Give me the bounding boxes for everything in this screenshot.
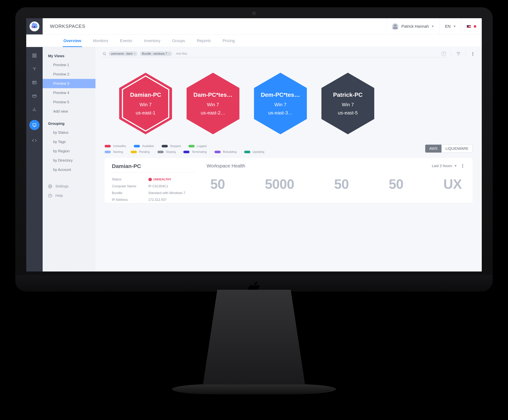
group-by-directory[interactable]: by Directory: [43, 156, 96, 165]
close-icon[interactable]: ×: [169, 52, 170, 55]
my-views-heading: My Views: [43, 52, 96, 60]
computer-value: IP-C61354C1: [148, 184, 168, 188]
tab-events[interactable]: Events: [119, 35, 133, 47]
tab-pricing[interactable]: Pricing: [222, 35, 235, 47]
camera-dot: [252, 11, 256, 15]
code-icon[interactable]: [31, 137, 37, 143]
ip-value: 172.312.937: [148, 198, 166, 202]
workspace-detail-card: Damian-PC Status: UNHEALTHY Computer Nam…: [105, 158, 473, 203]
sidebar-view-add[interactable]: Add view: [43, 107, 96, 116]
notifications-button[interactable]: [461, 18, 482, 34]
sidebar-view-preview4[interactable]: Preview 4: [43, 88, 96, 98]
toggle-aws[interactable]: AWS: [425, 145, 441, 152]
hex-name: Dam-PC*tes…: [193, 91, 232, 98]
health-metric: 50: [210, 176, 225, 192]
legend-label: Terminating: [192, 150, 207, 154]
hex-os: Win 7: [207, 102, 219, 107]
chevron-down-icon: [454, 26, 456, 27]
hex-region: us-east-5: [338, 110, 358, 116]
help-icon[interactable]: ?: [441, 51, 446, 56]
app-logo[interactable]: [26, 18, 43, 34]
legend-label: Starting: [113, 150, 123, 154]
legend-item: Starting: [105, 150, 123, 154]
sidebar-view-preview2[interactable]: Preview 2: [43, 70, 96, 79]
language-menu[interactable]: EN: [439, 18, 461, 34]
toggle-liquidware[interactable]: LIQUIDWARE: [441, 145, 472, 152]
flag-icon: [467, 25, 471, 28]
chip-label: username : dami: [111, 52, 133, 55]
filter-icon[interactable]: [456, 51, 461, 57]
svg-rect-3: [35, 56, 36, 57]
sidebar-view-preview5[interactable]: Preview 5: [43, 98, 96, 107]
card-icon[interactable]: [31, 93, 37, 99]
filter-chip-bundle[interactable]: Bundle : windows 7×: [140, 51, 172, 56]
health-metric: 5000: [265, 176, 294, 192]
tab-monitors[interactable]: Monitors: [92, 35, 109, 47]
nav-rail: [26, 47, 43, 271]
svg-rect-6: [33, 124, 36, 126]
help-link[interactable]: Help: [43, 191, 96, 200]
page-title: WORKSPACES: [43, 23, 93, 29]
group-by-status[interactable]: by Status: [43, 128, 96, 137]
legend-pill-icon: [215, 151, 221, 153]
filter-chip-username[interactable]: username : dami×: [109, 51, 138, 56]
help-label: Help: [55, 194, 63, 198]
legend-item: Unhealthy: [105, 144, 126, 148]
svg-point-7: [50, 186, 51, 187]
svg-marker-18: [149, 178, 152, 181]
workspace-icon[interactable]: [29, 120, 39, 130]
imac-base: [172, 384, 336, 394]
workspace-hex[interactable]: Dam-PC*tes…Win 7us-east-2…: [185, 72, 241, 135]
svg-point-21: [462, 167, 463, 167]
status-badge: UNHEALTHY: [148, 178, 171, 181]
more-icon[interactable]: [470, 51, 476, 57]
filter-bar: username : dami× Bundle : windows 7× Add…: [96, 47, 482, 61]
svg-rect-1: [35, 54, 36, 55]
views-sidebar: My Views Preview 1 Preview 2 Preview 3 P…: [43, 47, 96, 271]
hex-os: Win 7: [274, 102, 286, 107]
legend-item: Terminating: [183, 150, 207, 154]
settings-link[interactable]: Settings: [43, 182, 96, 191]
add-filter-button[interactable]: Add filter: [176, 52, 187, 55]
source-toggle[interactable]: AWS LIQUIDWARE: [425, 144, 473, 153]
status-key: Status:: [112, 178, 143, 181]
text-icon[interactable]: [31, 66, 37, 72]
alert-dot-icon: [474, 25, 476, 28]
bundle-key: Bundle:: [112, 191, 143, 195]
sidebar-view-preview3[interactable]: Preview 3: [43, 79, 96, 88]
close-icon[interactable]: ×: [134, 52, 135, 55]
settings-label: Settings: [55, 184, 68, 188]
time-range-dropdown[interactable]: Last 2 hours: [432, 164, 457, 168]
svg-rect-4: [33, 81, 36, 84]
workspace-hex[interactable]: Damian-PCWin 7us-east-1: [117, 72, 174, 135]
main-area: username : dami× Bundle : windows 7× Add…: [96, 47, 482, 271]
filter-search[interactable]: username : dami× Bundle : windows 7× Add…: [102, 50, 447, 57]
hex-name: Damian-PC: [130, 91, 161, 98]
tab-groups[interactable]: Groups: [171, 35, 186, 47]
analytics-icon[interactable]: [31, 106, 37, 112]
computer-key: Computer Name:: [112, 184, 143, 188]
legend-label: Logged: [197, 144, 206, 148]
tab-inventory[interactable]: Inventory: [143, 35, 161, 47]
more-icon[interactable]: [460, 163, 465, 169]
tab-reports[interactable]: Reports: [196, 35, 211, 47]
hex-region: us-east-1: [136, 110, 156, 116]
group-by-region[interactable]: by Region: [43, 147, 96, 156]
legend-label: Updating: [253, 150, 264, 154]
group-by-tags[interactable]: by Tags: [43, 137, 96, 147]
legend-label: Stoping: [166, 150, 176, 154]
legend-label: Available: [142, 144, 154, 148]
user-menu[interactable]: Patrick Hannah: [386, 18, 439, 34]
svg-rect-2: [33, 56, 34, 57]
bundle-value: Standard with Windows 7: [148, 191, 185, 195]
status-legend: UnhealthyAvailableStoppedLogged Starting…: [105, 144, 264, 154]
tab-overview[interactable]: Overview: [63, 35, 82, 47]
workspace-hex[interactable]: Dem-PC*tes…Win 7us-east-3…: [252, 72, 309, 135]
imac-stand: [203, 290, 305, 384]
dashboard-icon[interactable]: [31, 52, 37, 59]
sidebar-view-preview1[interactable]: Preview 1: [43, 60, 96, 70]
table-icon[interactable]: [31, 79, 37, 86]
workspace-hex[interactable]: Patrick-PCWin 7us-east-5: [320, 72, 376, 135]
group-by-account[interactable]: by Account: [43, 165, 96, 174]
svg-point-20: [462, 166, 463, 166]
